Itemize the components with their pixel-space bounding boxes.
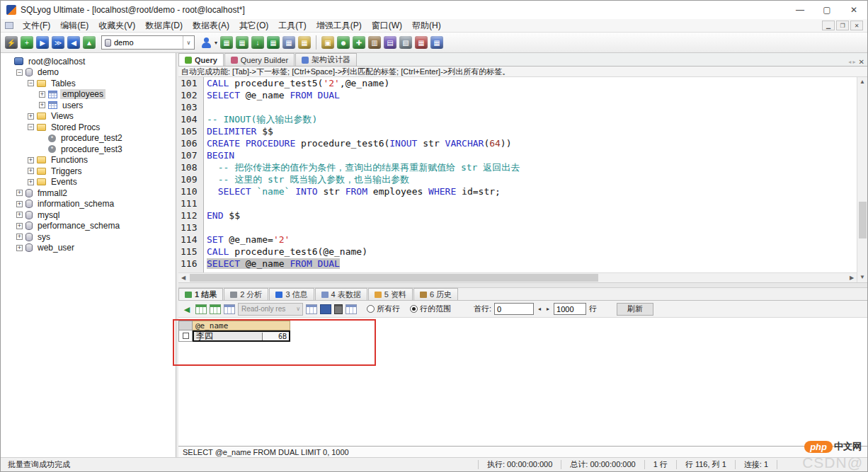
menu-item-5[interactable]: 数据表(A) (188, 19, 234, 32)
mdi-close-button[interactable]: ✕ (850, 21, 863, 30)
row-range-radio[interactable]: 行的范围 (410, 304, 451, 314)
sync-icon[interactable]: ✚ (353, 36, 365, 49)
execute-all-icon[interactable]: ≫ (52, 36, 64, 49)
scroll-up-icon[interactable]: ▲ (857, 77, 867, 87)
scheduler-icon[interactable]: ▤ (384, 36, 396, 49)
tree-item-procedure-test2[interactable]: *procedure_test2 (1, 133, 176, 144)
tree-item-fmmall2[interactable]: +fmmall2 (1, 188, 176, 199)
form-view-icon[interactable] (210, 304, 221, 314)
expand-icon[interactable]: + (16, 234, 23, 240)
menu-item-7[interactable]: 工具(T) (273, 19, 311, 32)
table-grid-icon[interactable]: ▦ (282, 36, 295, 49)
menu-item-8[interactable]: 增强工具(P) (312, 19, 367, 32)
result-tab-5-资料[interactable]: 5 资料 (368, 288, 413, 300)
page-next-icon[interactable]: ▸ (545, 306, 551, 312)
expand-icon[interactable]: + (16, 245, 23, 251)
user-icon[interactable] (200, 36, 213, 49)
tree-item-performance-schema[interactable]: +performance_schema (1, 221, 176, 232)
expand-icon[interactable]: + (16, 190, 23, 196)
export-result-icon[interactable]: ◀ (181, 304, 193, 314)
minimize-button[interactable]: — (787, 1, 813, 19)
tree-item-root-localhost[interactable]: root@localhost (1, 56, 176, 67)
code-line[interactable] (204, 221, 857, 234)
database-selector[interactable]: demo ∨ (101, 35, 195, 50)
vscroll-thumb[interactable] (859, 202, 867, 238)
page-prev-icon[interactable]: ◂ (537, 306, 542, 312)
code-line[interactable]: CREATE PROCEDURE procedure_test6(INOUT s… (204, 137, 857, 149)
grid-view-icon[interactable] (195, 304, 207, 314)
result-cell[interactable]: 李四6B (193, 330, 290, 342)
chart-icon[interactable]: ▲ (83, 36, 96, 49)
readonly-result-dropdown[interactable]: Read-only res ∨ (238, 303, 303, 316)
insert-row-icon[interactable]: ▦ (220, 36, 233, 49)
expand-icon[interactable]: + (28, 113, 34, 120)
code-area[interactable]: CALL procedure_test5('2',@e_name)SELECT … (204, 77, 857, 272)
menu-item-2[interactable]: 编辑(E) (55, 19, 93, 32)
all-rows-radio-circle[interactable] (367, 305, 375, 313)
code-line[interactable] (204, 101, 857, 113)
expand-icon[interactable]: + (16, 212, 23, 218)
code-line[interactable]: END $$ (204, 209, 857, 221)
delete-row-icon[interactable] (334, 304, 343, 314)
tab-query-builder[interactable]: Query Builder (224, 53, 295, 66)
close-button[interactable]: ✕ (840, 1, 867, 19)
add-row-icon[interactable] (306, 304, 317, 314)
all-rows-radio[interactable]: 所有行 (367, 304, 400, 314)
code-line[interactable]: -- 这里的 str 既当输入参数，也当输出参数 (204, 173, 857, 185)
user-caret-icon[interactable]: ▾ (215, 40, 217, 46)
expand-icon[interactable]: + (16, 223, 23, 229)
collapse-icon[interactable]: − (28, 80, 34, 86)
editor-result-splitter[interactable] (178, 282, 867, 288)
expand-icon[interactable]: + (16, 201, 23, 207)
table-row[interactable]: 李四6B (178, 330, 290, 342)
code-line[interactable]: CALL procedure_test6(@e_name) (204, 246, 857, 258)
mdi-minimize-button[interactable]: ▁ (822, 21, 835, 30)
tree-item-stored-procs[interactable]: −Stored Procs (1, 122, 176, 133)
menu-item-10[interactable]: 帮助(H) (407, 19, 446, 32)
scroll-right-icon[interactable]: ▶ (847, 275, 857, 281)
first-row-input[interactable] (494, 303, 534, 315)
code-line[interactable]: SET @e_name='2' (204, 234, 857, 246)
result-tab-2-分析[interactable]: 2 分析 (224, 288, 268, 300)
tab-架构设计器[interactable]: 架构设计器 (295, 53, 357, 66)
save-changes-icon[interactable] (320, 304, 331, 314)
format-icon[interactable]: ▦ (415, 36, 428, 49)
tree-item-views[interactable]: +Views (1, 111, 176, 122)
tree-item-information-schema[interactable]: +information_schema (1, 199, 176, 210)
tab-scroll-icons[interactable]: ◂ ▸ (848, 59, 855, 65)
result-tab-3-信息[interactable]: 3 信息 (269, 288, 314, 300)
hscroll-thumb[interactable] (190, 274, 598, 282)
code-line[interactable]: BEGIN (204, 149, 857, 161)
mdi-restore-button[interactable]: ❐ (836, 21, 849, 30)
code-line[interactable]: DELIMITER $$ (204, 125, 857, 137)
grid-corner-cell[interactable] (178, 321, 193, 330)
import-icon[interactable]: ↓ (251, 36, 264, 49)
row-checkbox[interactable] (183, 333, 189, 339)
expand-icon[interactable]: + (39, 102, 45, 108)
refresh-icon[interactable]: ◀ (67, 36, 80, 49)
tree-item-triggers[interactable]: +Triggers (1, 166, 176, 177)
code-line[interactable]: -- 把你传进来的值作为条件，查询出的结果再重新赋值给 str 返回出去 (204, 161, 857, 173)
execute-query-icon[interactable]: ▶ (36, 36, 49, 49)
code-line[interactable]: SELECT @e_name FROM DUAL (204, 89, 857, 101)
result-tab-1-结果[interactable]: 1 结果 (178, 288, 223, 300)
row-range-radio-circle[interactable] (410, 305, 418, 313)
row-checkbox-cell[interactable] (178, 330, 193, 342)
tree-item-functions[interactable]: +Functions (1, 155, 176, 166)
code-line[interactable]: SELECT @e_name FROM DUAL (204, 258, 857, 270)
tree-item-mysql[interactable]: +mysql (1, 209, 176, 221)
code-line[interactable]: -- INOUT(输入输出参数) (204, 113, 857, 125)
tree-item-tables[interactable]: −Tables (1, 78, 176, 89)
code-line[interactable] (204, 197, 857, 209)
code-line[interactable]: CALL procedure_test5('2',@e_name) (204, 77, 857, 89)
tree-item-web-user[interactable]: +web_user (1, 243, 176, 254)
migrate-icon[interactable]: ▥ (368, 36, 381, 49)
row-count-input[interactable] (554, 303, 586, 315)
scroll-down-icon[interactable]: ▼ (857, 272, 867, 282)
editor-horizontal-scrollbar[interactable]: ◀ ▶ (178, 272, 857, 282)
text-view-icon[interactable] (224, 304, 235, 314)
tree-item-procedure-test3[interactable]: *procedure_test3 (1, 144, 176, 155)
expand-icon[interactable]: + (39, 91, 45, 98)
duplicate-row-icon[interactable]: ▦ (236, 36, 249, 49)
snapshot-icon[interactable]: ▧ (399, 36, 412, 49)
